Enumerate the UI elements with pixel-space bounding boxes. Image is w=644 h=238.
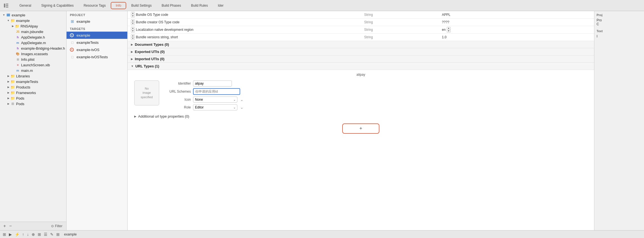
url-type-detail: Noimagespecified Identifier URL Sch [128, 78, 594, 113]
right-panel: Proj Pro C Text I [594, 11, 644, 230]
url-schemes-row: URL Schemes [166, 88, 587, 95]
icon-select[interactable]: None [193, 97, 237, 103]
toolbar-icon-8[interactable]: ☰ [43, 232, 48, 237]
tab-signing[interactable]: Signing & Capabilities [36, 2, 79, 9]
tree-item-appdelegatem[interactable]: m AppDelegate.m [0, 40, 66, 45]
tree-item-root-example[interactable]: ▼ example [0, 12, 66, 18]
right-c-value: C [597, 22, 642, 26]
imported-utis-arrow: ▶ [131, 57, 133, 60]
additional-properties-row[interactable]: ▶ Additional url type properties (0) [128, 113, 594, 120]
bundle-version-stepper[interactable]: ▲ ▼ [131, 34, 135, 40]
table-row: ▲ ▼ Bundle versions string, short String… [128, 34, 594, 41]
toolbar-icon-1[interactable]: ⊞ [2, 232, 7, 237]
url-types-section[interactable]: ▼ URL Types (1) [128, 63, 594, 70]
tree-item-products[interactable]: ▶ 📁 Products [0, 84, 66, 90]
localization-value-stepper[interactable]: ▲ ▼ [447, 27, 451, 32]
file-tree-sidebar: ▼ example ▼ 📁 example ▶ 📁 RNSAlipay [0, 11, 67, 230]
add-url-type-button[interactable]: + [342, 123, 380, 134]
targets-section-title: TARGETS [67, 25, 127, 32]
tree-item-pods-2[interactable]: ▶ ⊞ Pods [0, 101, 66, 107]
tree-item-mainjsbundle[interactable]: JS main.jsbundle [0, 29, 66, 34]
tab-general[interactable]: General [14, 2, 36, 9]
tab-build-phases[interactable]: Build Phases [157, 2, 186, 9]
bundle-os-stepper[interactable]: ▲ ▼ [131, 12, 135, 17]
toolbar-icon-5[interactable]: ↓ [26, 232, 29, 237]
sidebar-toggle-button[interactable] [2, 2, 10, 9]
tab-build-settings[interactable]: Build Settings [126, 2, 156, 9]
tree-item-pods-1[interactable]: ▶ 📁 Pods [0, 95, 66, 101]
document-types-arrow: ▶ [131, 43, 133, 46]
icon-select-arrow: ⌄ [240, 97, 244, 102]
localization-stepper[interactable]: ▲ ▼ [131, 27, 135, 32]
panel-target-tvostests[interactable]: □ example-tvOSTests [67, 53, 127, 60]
tree-item-mainm[interactable]: m main.m [0, 68, 66, 73]
tree-item-libraries[interactable]: ▶ 📁 Libraries [0, 73, 66, 79]
table-row: ▲ ▼ Bundle creator OS Type code String ?… [128, 19, 594, 26]
exported-utis-section[interactable]: ▶ Exported UTIs (0) [128, 48, 594, 55]
svg-rect-5 [7, 14, 8, 14]
tab-build-rules[interactable]: Build Rules [186, 2, 213, 9]
role-select-arrow: ⌄ [240, 105, 244, 110]
tree-item-appdelegateh[interactable]: h AppDelegate.h [0, 34, 66, 40]
sidebar-add-button[interactable]: + [2, 223, 7, 229]
panel-project-item[interactable]: ⊞ example [67, 18, 127, 25]
panel-target-example[interactable]: ⊕ example [67, 32, 127, 39]
bottom-toolbar: ⊞ ▶ ⚡ ↑ ↓ ⊕ ⊞ ☰ ✎ ⊞ example [0, 230, 644, 238]
tree-item-bridging-header[interactable]: h example-Bridging-Header.h [0, 45, 66, 51]
svg-rect-1 [6, 4, 8, 4]
filter-icon: ⊙ [51, 224, 54, 228]
identifier-input[interactable] [193, 80, 232, 87]
toolbar-icon-7[interactable]: ⊞ [37, 232, 42, 237]
toolbar-icon-4[interactable]: ↑ [22, 232, 25, 237]
panel-target-exampletests[interactable]: □ exampleTests [67, 39, 127, 46]
identifier-row: Identifier [166, 80, 587, 87]
identifier-label: Identifier [166, 82, 191, 85]
additional-properties-label: Additional url type properties (0) [138, 114, 189, 118]
exported-utis-arrow: ▶ [131, 50, 133, 53]
url-schemes-input[interactable] [193, 88, 240, 95]
toolbar-app-label: example [64, 232, 77, 236]
right-text-title: Text [597, 29, 642, 33]
toolbar-icon-10[interactable]: ⊞ [56, 232, 60, 237]
tab-resource-tags[interactable]: Resource Tags [78, 2, 111, 9]
tree-item-info-plist[interactable]: ⊞ Info.plist [0, 57, 66, 62]
tab-info[interactable]: Info [111, 2, 126, 9]
icon-label: Icon [166, 98, 191, 102]
role-select[interactable]: Editor Viewer None [193, 104, 237, 110]
tree-item-exampletests[interactable]: ▶ 📁 exampleTests [0, 79, 66, 84]
role-row: Role Editor Viewer None ⌄ [166, 104, 587, 110]
content-area: ▲ ▼ Bundle OS Type code String APPL [128, 11, 594, 230]
table-row: ▲ ▼ Bundle OS Type code String APPL [128, 11, 594, 19]
role-label: Role [166, 105, 191, 109]
add-button-container: + [128, 121, 594, 136]
tree-item-example-folder[interactable]: ▼ 📁 example [0, 18, 66, 23]
url-types-arrow: ▼ [131, 65, 134, 68]
filter-button[interactable]: ⊙ Filter [49, 224, 64, 229]
url-type-item-label: alipay [128, 72, 594, 78]
role-select-wrapper: Editor Viewer None [193, 104, 237, 110]
right-i-value: I [597, 34, 642, 38]
toolbar-icon-2[interactable]: ▶ [8, 232, 12, 237]
icon-row: Icon None ⌄ [166, 97, 587, 103]
url-types-content: alipay Noimagespecified Identifier [128, 70, 594, 138]
right-proj-title: Proj [597, 13, 642, 17]
bundle-creator-stepper[interactable]: ▲ ▼ [131, 19, 135, 25]
sidebar-remove-button[interactable]: − [8, 223, 13, 229]
url-type-image-box: Noimagespecified [134, 80, 159, 105]
toolbar-icon-3[interactable]: ⚡ [14, 232, 20, 237]
tree-item-rnsalipay[interactable]: ▶ 📁 RNSAlipay [0, 23, 66, 29]
target-icon-tvos: ⊕ [70, 47, 75, 52]
sidebar-bottom-bar: + − ⊙ Filter [0, 222, 66, 230]
tree-item-launchscreen-xib[interactable]: ✕ LaunchScreen.xib [0, 62, 66, 68]
svg-rect-0 [4, 4, 5, 7]
document-types-section[interactable]: ▶ Document Types (0) [128, 41, 594, 48]
toolbar-icon-9[interactable]: ✎ [50, 232, 54, 237]
imported-utis-section[interactable]: ▶ Imported UTIs (0) [128, 55, 594, 63]
tree-item-frameworks[interactable]: ▶ 📁 Frameworks [0, 90, 66, 95]
properties-table: ▲ ▼ Bundle OS Type code String APPL [128, 11, 594, 41]
no-image-text: Noimagespecified [141, 87, 153, 99]
tab-ider[interactable]: Ider [213, 2, 229, 9]
tree-item-images-xcassets[interactable]: 🎨 Images.xcassets [0, 51, 66, 57]
panel-target-tvos[interactable]: ⊕ example-tvOS [67, 46, 127, 53]
toolbar-icon-6[interactable]: ⊕ [31, 232, 36, 237]
